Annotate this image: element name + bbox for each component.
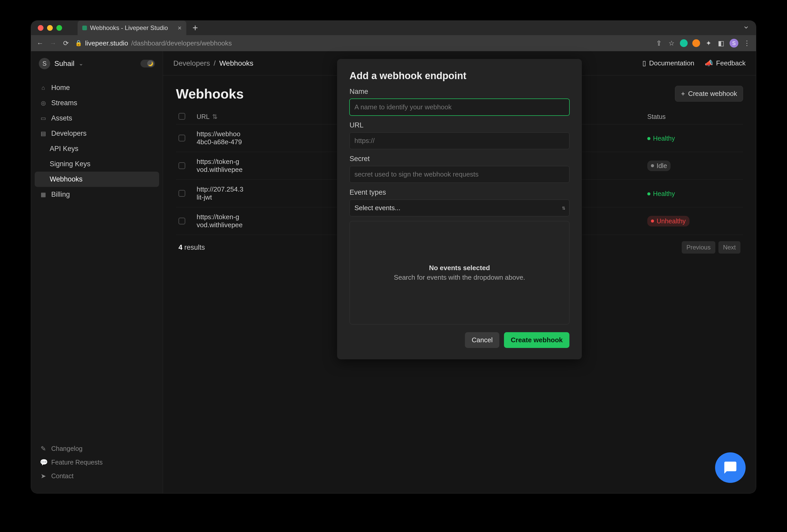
status-badge: Idle: [647, 160, 671, 171]
page-title: Webhooks: [176, 86, 244, 102]
extension-grammarly-icon[interactable]: [680, 39, 688, 47]
empty-title: No events selected: [429, 264, 490, 272]
favicon-icon: [82, 26, 87, 30]
streams-icon: ◎: [40, 100, 47, 107]
new-tab-button[interactable]: +: [192, 22, 198, 34]
chevron-down-icon[interactable]: ⌄: [79, 60, 83, 67]
secret-label: Secret: [349, 155, 570, 163]
row-checkbox[interactable]: [178, 190, 185, 197]
modal-title: Add a webhook endpoint: [349, 70, 570, 82]
empty-subtitle: Search for events with the dropdown abov…: [394, 273, 525, 282]
column-status[interactable]: Status: [647, 113, 740, 120]
sidebar-item-api-keys[interactable]: API Keys: [35, 141, 159, 156]
user-name[interactable]: Suhail: [54, 60, 75, 68]
sidebar-item-webhooks[interactable]: Webhooks: [35, 172, 159, 187]
browser-tab[interactable]: Webhooks - Livepeer Studio ×: [78, 21, 186, 35]
chat-fab[interactable]: [715, 452, 746, 483]
sidebar-item-developers[interactable]: ▤Developers: [35, 126, 159, 141]
user-avatar[interactable]: S: [39, 58, 50, 69]
sidepanel-icon[interactable]: ◧: [717, 39, 725, 47]
feature-icon: 💬: [40, 459, 47, 466]
sidebar-contact[interactable]: ➤Contact: [35, 469, 159, 483]
assets-icon: ▭: [40, 115, 47, 122]
sidebar-header: S Suhail ⌄: [31, 51, 163, 76]
back-icon[interactable]: ←: [36, 39, 44, 47]
tab-title: Webhooks - Livepeer Studio: [90, 24, 168, 31]
events-select-value[interactable]: [349, 200, 570, 216]
book-icon: ▯: [642, 59, 646, 67]
name-input[interactable]: [349, 99, 570, 115]
select-arrow-icon: ⇅: [562, 205, 565, 210]
cancel-button[interactable]: Cancel: [465, 332, 499, 348]
status-badge: Healthy: [647, 135, 675, 142]
minimize-window-icon[interactable]: [47, 25, 53, 31]
events-select[interactable]: ⇅: [349, 200, 570, 216]
sidebar-nav: ⌂Home ◎Streams ▭Assets ▤Developers API K…: [31, 76, 163, 206]
sidebar-item-signing-keys[interactable]: Signing Keys: [35, 156, 159, 172]
status-badge: Healthy: [647, 190, 675, 198]
url-path: /dashboard/developers/webhooks: [131, 39, 232, 47]
chat-icon: [723, 460, 738, 475]
share-icon[interactable]: ⇪: [655, 39, 663, 47]
changelog-icon: ✎: [40, 445, 47, 452]
plus-icon: +: [681, 90, 685, 98]
sidebar-feature-requests[interactable]: 💬Feature Requests: [35, 456, 159, 469]
close-window-icon[interactable]: [38, 25, 43, 31]
results-count: 4 results: [178, 244, 205, 251]
next-button[interactable]: Next: [719, 241, 740, 253]
row-checkbox[interactable]: [178, 135, 185, 141]
close-tab-icon[interactable]: ×: [178, 24, 182, 32]
sidebar-item-home[interactable]: ⌂Home: [35, 80, 159, 95]
previous-button[interactable]: Previous: [682, 241, 715, 253]
breadcrumb-parent[interactable]: Developers: [173, 59, 210, 67]
url-bar: ← → ⟳ 🔒 livepeer.studio/dashboard/develo…: [31, 35, 756, 51]
add-webhook-modal: Add a webhook endpoint Name URL Secret E…: [337, 59, 582, 359]
feedback-link[interactable]: 📣Feedback: [705, 59, 746, 67]
reload-icon[interactable]: ⟳: [62, 39, 70, 47]
window-controls: [31, 25, 62, 31]
titlebar: Webhooks - Livepeer Studio × +: [31, 21, 756, 35]
developers-icon: ▤: [40, 130, 47, 137]
create-webhook-submit-button[interactable]: Create webhook: [504, 332, 570, 348]
modal-footer: Cancel Create webhook: [349, 332, 570, 348]
profile-avatar[interactable]: S: [729, 39, 738, 48]
secret-input[interactable]: [349, 166, 570, 183]
pagination: Previous Next: [682, 241, 740, 253]
sidebar-changelog[interactable]: ✎Changelog: [35, 442, 159, 456]
more-icon[interactable]: ⋮: [743, 39, 751, 47]
address-field[interactable]: 🔒 livepeer.studio/dashboard/developers/w…: [75, 39, 650, 47]
browser-window: Webhooks - Livepeer Studio × + ← → ⟳ 🔒 l…: [31, 21, 756, 493]
contact-icon: ➤: [40, 472, 47, 480]
sidebar: S Suhail ⌄ ⌂Home ◎Streams ▭Assets ▤Devel…: [31, 51, 163, 493]
main-panel: Developers / Webhooks ▯Documentation 📣Fe…: [163, 51, 756, 493]
name-label: Name: [349, 88, 570, 96]
row-checkbox[interactable]: [178, 218, 185, 224]
toolbar-right: ⇪ ☆ ✦ ◧ S ⋮: [655, 39, 751, 48]
theme-toggle[interactable]: [141, 60, 155, 67]
extension-metamask-icon[interactable]: [692, 39, 700, 47]
home-icon: ⌂: [40, 85, 47, 91]
url-label: URL: [349, 121, 570, 129]
sort-icon: ⇅: [212, 113, 217, 120]
lock-icon: 🔒: [75, 40, 82, 46]
bookmark-icon[interactable]: ☆: [667, 39, 675, 47]
megaphone-icon: 📣: [705, 59, 713, 67]
breadcrumb: Developers / Webhooks: [173, 59, 253, 67]
forward-icon[interactable]: →: [49, 39, 57, 47]
sidebar-item-streams[interactable]: ◎Streams: [35, 95, 159, 111]
url-input[interactable]: [349, 132, 570, 149]
events-empty-state: No events selected Search for events wit…: [349, 221, 570, 325]
row-checkbox[interactable]: [178, 162, 185, 169]
url-host: livepeer.studio: [85, 39, 128, 47]
create-webhook-button[interactable]: + Create webhook: [675, 86, 743, 102]
status-badge: Unhealthy: [647, 216, 689, 226]
maximize-window-icon[interactable]: [57, 25, 62, 31]
select-all-checkbox[interactable]: [178, 113, 185, 120]
app-content: S Suhail ⌄ ⌂Home ◎Streams ▭Assets ▤Devel…: [31, 51, 756, 493]
sidebar-item-assets[interactable]: ▭Assets: [35, 111, 159, 126]
sidebar-item-billing[interactable]: ▦Billing: [35, 187, 159, 202]
breadcrumb-current: Webhooks: [219, 59, 253, 67]
extensions-icon[interactable]: ✦: [705, 39, 712, 47]
documentation-link[interactable]: ▯Documentation: [642, 59, 694, 67]
tabs-menu-icon[interactable]: [743, 24, 749, 31]
